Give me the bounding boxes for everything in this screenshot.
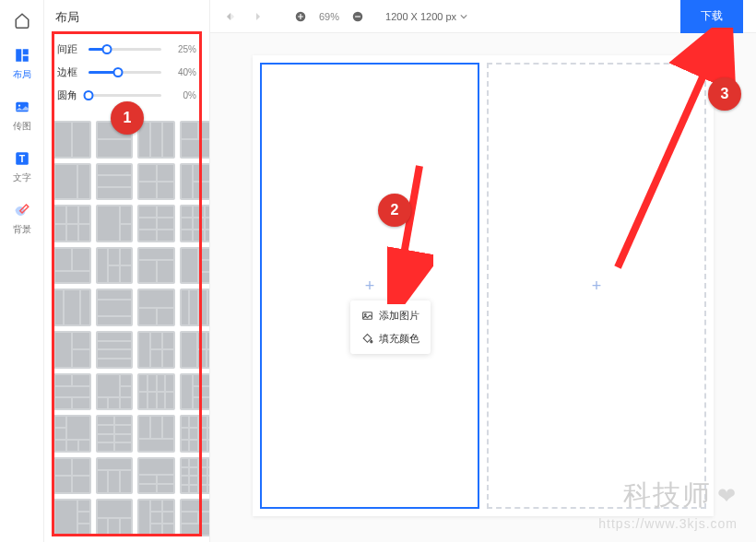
template-item[interactable] bbox=[180, 163, 209, 201]
zoom-in-button[interactable] bbox=[293, 9, 308, 24]
template-item[interactable] bbox=[96, 373, 134, 411]
rail-image[interactable]: 传图 bbox=[13, 98, 31, 133]
rail-layout-label: 布局 bbox=[13, 68, 31, 81]
rail-background[interactable]: 背景 bbox=[13, 201, 31, 236]
template-item[interactable] bbox=[96, 163, 134, 201]
template-item[interactable] bbox=[137, 331, 175, 369]
svg-line-12 bbox=[618, 44, 717, 267]
template-item[interactable] bbox=[96, 289, 134, 326]
annotation-badge-2: 2 bbox=[378, 194, 411, 227]
rail-background-label: 背景 bbox=[13, 223, 31, 236]
annotation-arrow-2 bbox=[387, 157, 433, 304]
template-item[interactable] bbox=[96, 331, 134, 369]
rail-text-label: 文字 bbox=[13, 171, 31, 184]
rail-image-label: 传图 bbox=[13, 120, 31, 133]
template-item[interactable] bbox=[96, 205, 134, 242]
annotation-badge-3: 3 bbox=[708, 77, 741, 111]
template-item[interactable] bbox=[53, 121, 91, 159]
template-item[interactable] bbox=[137, 499, 175, 536]
nav-rail: 布局 传图 T 文字 背景 bbox=[0, 0, 44, 542]
paint-icon bbox=[361, 333, 373, 345]
template-item[interactable] bbox=[180, 457, 209, 495]
rail-text[interactable]: T 文字 bbox=[13, 149, 31, 184]
svg-line-11 bbox=[398, 166, 419, 286]
canvas-cell-selected[interactable]: + 添加图片 填充颜色 bbox=[260, 63, 479, 509]
template-item[interactable] bbox=[180, 205, 209, 242]
template-item[interactable] bbox=[137, 163, 175, 201]
template-item[interactable] bbox=[180, 289, 209, 326]
home-icon bbox=[13, 11, 31, 29]
template-item[interactable] bbox=[137, 415, 175, 453]
layout-icon bbox=[13, 46, 31, 65]
template-item[interactable] bbox=[137, 457, 175, 495]
template-item[interactable] bbox=[137, 247, 175, 285]
template-item[interactable] bbox=[96, 457, 134, 495]
template-item[interactable] bbox=[96, 415, 134, 453]
annotation-arrow-3 bbox=[590, 28, 756, 286]
template-item[interactable] bbox=[53, 247, 91, 285]
image-icon bbox=[13, 98, 31, 116]
zoom-level: 69% bbox=[319, 11, 339, 22]
template-item[interactable] bbox=[137, 289, 175, 326]
template-item[interactable] bbox=[53, 289, 91, 326]
template-item[interactable] bbox=[180, 331, 209, 369]
template-item[interactable] bbox=[53, 205, 91, 242]
rail-layout[interactable]: 布局 bbox=[13, 46, 31, 81]
template-item[interactable] bbox=[53, 331, 91, 369]
svg-point-10 bbox=[365, 314, 367, 316]
menu-add-image[interactable]: 添加图片 bbox=[350, 304, 431, 327]
svg-text:T: T bbox=[18, 153, 25, 164]
template-item[interactable] bbox=[180, 415, 209, 453]
zoom-out-button[interactable] bbox=[350, 9, 365, 24]
slider-border[interactable]: 边框 40% bbox=[57, 65, 196, 79]
template-item[interactable] bbox=[53, 499, 91, 536]
sidebar: 布局 间距 25% 边框 40% 圆角 0% bbox=[44, 0, 210, 542]
chevron-down-icon bbox=[460, 13, 467, 20]
sidebar-title: 布局 bbox=[44, 0, 209, 35]
annotation-badge-1: 1 bbox=[111, 101, 144, 135]
template-item[interactable] bbox=[96, 247, 134, 285]
template-item[interactable] bbox=[53, 163, 91, 201]
template-item[interactable] bbox=[180, 373, 209, 411]
template-item[interactable] bbox=[180, 247, 209, 285]
slider-spacing[interactable]: 间距 25% bbox=[57, 42, 196, 56]
menu-fill-color[interactable]: 填充颜色 bbox=[350, 327, 431, 350]
canvas-size-select[interactable]: 1200 X 1200 px bbox=[385, 11, 467, 22]
template-item[interactable] bbox=[180, 121, 209, 159]
svg-rect-2 bbox=[22, 56, 28, 62]
layout-templates bbox=[44, 115, 209, 542]
template-item[interactable] bbox=[137, 205, 175, 242]
svg-point-4 bbox=[18, 104, 19, 106]
template-item[interactable] bbox=[53, 373, 91, 411]
svg-rect-1 bbox=[22, 49, 28, 54]
image-icon bbox=[361, 310, 373, 322]
rail-home[interactable] bbox=[13, 11, 31, 29]
template-item[interactable] bbox=[137, 121, 175, 159]
template-item[interactable] bbox=[53, 415, 91, 453]
context-menu: 添加图片 填充颜色 bbox=[350, 300, 431, 354]
slider-radius[interactable]: 圆角 0% bbox=[57, 88, 196, 102]
undo-button[interactable] bbox=[223, 9, 238, 24]
redo-button[interactable] bbox=[249, 9, 264, 24]
background-icon bbox=[13, 201, 31, 219]
template-item[interactable] bbox=[180, 499, 209, 536]
plus-icon: + bbox=[365, 277, 375, 296]
template-item[interactable] bbox=[96, 499, 134, 536]
text-icon: T bbox=[13, 149, 31, 168]
template-item[interactable] bbox=[137, 373, 175, 411]
template-item[interactable] bbox=[53, 457, 91, 495]
svg-rect-0 bbox=[16, 49, 21, 62]
